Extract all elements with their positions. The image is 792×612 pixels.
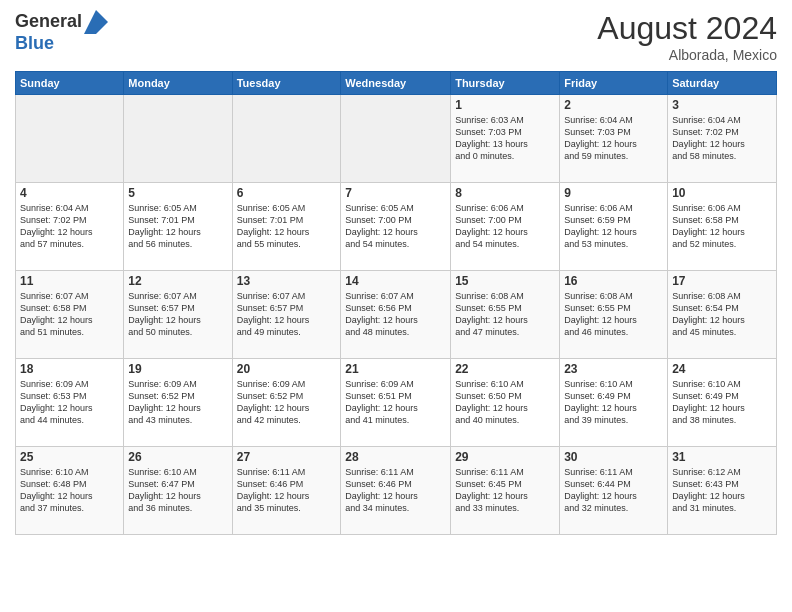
day-number: 26 [128, 450, 227, 464]
calendar-cell: 17Sunrise: 6:08 AMSunset: 6:54 PMDayligh… [668, 271, 777, 359]
day-info: Sunrise: 6:10 AMSunset: 6:49 PMDaylight:… [672, 378, 772, 427]
day-info: Sunrise: 6:03 AMSunset: 7:03 PMDaylight:… [455, 114, 555, 163]
day-info: Sunrise: 6:11 AMSunset: 6:46 PMDaylight:… [237, 466, 337, 515]
day-info: Sunrise: 6:10 AMSunset: 6:50 PMDaylight:… [455, 378, 555, 427]
calendar-cell: 18Sunrise: 6:09 AMSunset: 6:53 PMDayligh… [16, 359, 124, 447]
calendar-table: SundayMondayTuesdayWednesdayThursdayFrid… [15, 71, 777, 535]
svg-marker-0 [84, 10, 108, 34]
calendar-cell: 29Sunrise: 6:11 AMSunset: 6:45 PMDayligh… [451, 447, 560, 535]
day-info: Sunrise: 6:06 AMSunset: 7:00 PMDaylight:… [455, 202, 555, 251]
day-info: Sunrise: 6:08 AMSunset: 6:55 PMDaylight:… [455, 290, 555, 339]
page-container: General Blue August 2024 Alborada, Mexic… [0, 0, 792, 545]
calendar-week-5: 25Sunrise: 6:10 AMSunset: 6:48 PMDayligh… [16, 447, 777, 535]
day-info: Sunrise: 6:07 AMSunset: 6:57 PMDaylight:… [128, 290, 227, 339]
day-number: 2 [564, 98, 663, 112]
day-info: Sunrise: 6:07 AMSunset: 6:57 PMDaylight:… [237, 290, 337, 339]
calendar-cell: 11Sunrise: 6:07 AMSunset: 6:58 PMDayligh… [16, 271, 124, 359]
calendar-cell: 14Sunrise: 6:07 AMSunset: 6:56 PMDayligh… [341, 271, 451, 359]
calendar-header-thursday: Thursday [451, 72, 560, 95]
calendar-cell: 5Sunrise: 6:05 AMSunset: 7:01 PMDaylight… [124, 183, 232, 271]
calendar-cell: 15Sunrise: 6:08 AMSunset: 6:55 PMDayligh… [451, 271, 560, 359]
day-info: Sunrise: 6:09 AMSunset: 6:52 PMDaylight:… [128, 378, 227, 427]
calendar-cell: 30Sunrise: 6:11 AMSunset: 6:44 PMDayligh… [560, 447, 668, 535]
calendar-cell: 13Sunrise: 6:07 AMSunset: 6:57 PMDayligh… [232, 271, 341, 359]
calendar-header-row: SundayMondayTuesdayWednesdayThursdayFrid… [16, 72, 777, 95]
day-number: 7 [345, 186, 446, 200]
day-number: 5 [128, 186, 227, 200]
day-info: Sunrise: 6:04 AMSunset: 7:03 PMDaylight:… [564, 114, 663, 163]
calendar-cell: 2Sunrise: 6:04 AMSunset: 7:03 PMDaylight… [560, 95, 668, 183]
calendar-cell: 21Sunrise: 6:09 AMSunset: 6:51 PMDayligh… [341, 359, 451, 447]
day-info: Sunrise: 6:06 AMSunset: 6:59 PMDaylight:… [564, 202, 663, 251]
day-number: 6 [237, 186, 337, 200]
calendar-header-friday: Friday [560, 72, 668, 95]
day-number: 17 [672, 274, 772, 288]
calendar-cell [16, 95, 124, 183]
day-number: 4 [20, 186, 119, 200]
day-number: 21 [345, 362, 446, 376]
calendar-cell: 10Sunrise: 6:06 AMSunset: 6:58 PMDayligh… [668, 183, 777, 271]
calendar-cell: 9Sunrise: 6:06 AMSunset: 6:59 PMDaylight… [560, 183, 668, 271]
calendar-cell: 24Sunrise: 6:10 AMSunset: 6:49 PMDayligh… [668, 359, 777, 447]
calendar-header-monday: Monday [124, 72, 232, 95]
day-number: 29 [455, 450, 555, 464]
day-number: 13 [237, 274, 337, 288]
day-number: 15 [455, 274, 555, 288]
day-info: Sunrise: 6:10 AMSunset: 6:49 PMDaylight:… [564, 378, 663, 427]
day-number: 14 [345, 274, 446, 288]
day-info: Sunrise: 6:06 AMSunset: 6:58 PMDaylight:… [672, 202, 772, 251]
calendar-cell: 23Sunrise: 6:10 AMSunset: 6:49 PMDayligh… [560, 359, 668, 447]
calendar-cell: 28Sunrise: 6:11 AMSunset: 6:46 PMDayligh… [341, 447, 451, 535]
day-info: Sunrise: 6:09 AMSunset: 6:52 PMDaylight:… [237, 378, 337, 427]
calendar-cell: 26Sunrise: 6:10 AMSunset: 6:47 PMDayligh… [124, 447, 232, 535]
day-number: 22 [455, 362, 555, 376]
calendar-cell: 19Sunrise: 6:09 AMSunset: 6:52 PMDayligh… [124, 359, 232, 447]
day-info: Sunrise: 6:11 AMSunset: 6:46 PMDaylight:… [345, 466, 446, 515]
title-area: August 2024 Alborada, Mexico [597, 10, 777, 63]
calendar-header-saturday: Saturday [668, 72, 777, 95]
day-info: Sunrise: 6:04 AMSunset: 7:02 PMDaylight:… [20, 202, 119, 251]
calendar-cell: 12Sunrise: 6:07 AMSunset: 6:57 PMDayligh… [124, 271, 232, 359]
calendar-cell [232, 95, 341, 183]
day-info: Sunrise: 6:05 AMSunset: 7:01 PMDaylight:… [237, 202, 337, 251]
calendar-week-3: 11Sunrise: 6:07 AMSunset: 6:58 PMDayligh… [16, 271, 777, 359]
calendar-cell: 8Sunrise: 6:06 AMSunset: 7:00 PMDaylight… [451, 183, 560, 271]
day-number: 3 [672, 98, 772, 112]
day-number: 25 [20, 450, 119, 464]
day-info: Sunrise: 6:08 AMSunset: 6:54 PMDaylight:… [672, 290, 772, 339]
day-number: 8 [455, 186, 555, 200]
day-number: 9 [564, 186, 663, 200]
day-number: 20 [237, 362, 337, 376]
day-number: 1 [455, 98, 555, 112]
calendar-cell: 7Sunrise: 6:05 AMSunset: 7:00 PMDaylight… [341, 183, 451, 271]
day-info: Sunrise: 6:05 AMSunset: 7:00 PMDaylight:… [345, 202, 446, 251]
day-number: 28 [345, 450, 446, 464]
calendar-cell: 4Sunrise: 6:04 AMSunset: 7:02 PMDaylight… [16, 183, 124, 271]
month-year: August 2024 [597, 10, 777, 47]
day-info: Sunrise: 6:11 AMSunset: 6:44 PMDaylight:… [564, 466, 663, 515]
day-number: 31 [672, 450, 772, 464]
logo-general: General [15, 11, 82, 31]
calendar-cell: 20Sunrise: 6:09 AMSunset: 6:52 PMDayligh… [232, 359, 341, 447]
day-number: 30 [564, 450, 663, 464]
day-info: Sunrise: 6:11 AMSunset: 6:45 PMDaylight:… [455, 466, 555, 515]
calendar-cell: 27Sunrise: 6:11 AMSunset: 6:46 PMDayligh… [232, 447, 341, 535]
day-number: 10 [672, 186, 772, 200]
day-info: Sunrise: 6:08 AMSunset: 6:55 PMDaylight:… [564, 290, 663, 339]
calendar-cell: 16Sunrise: 6:08 AMSunset: 6:55 PMDayligh… [560, 271, 668, 359]
calendar-cell: 1Sunrise: 6:03 AMSunset: 7:03 PMDaylight… [451, 95, 560, 183]
calendar-cell: 22Sunrise: 6:10 AMSunset: 6:50 PMDayligh… [451, 359, 560, 447]
calendar-cell [124, 95, 232, 183]
day-info: Sunrise: 6:09 AMSunset: 6:53 PMDaylight:… [20, 378, 119, 427]
day-number: 27 [237, 450, 337, 464]
day-info: Sunrise: 6:10 AMSunset: 6:48 PMDaylight:… [20, 466, 119, 515]
logo-icon [84, 10, 108, 34]
day-info: Sunrise: 6:09 AMSunset: 6:51 PMDaylight:… [345, 378, 446, 427]
day-number: 12 [128, 274, 227, 288]
calendar-cell [341, 95, 451, 183]
logo-blue: Blue [15, 33, 54, 53]
calendar-week-2: 4Sunrise: 6:04 AMSunset: 7:02 PMDaylight… [16, 183, 777, 271]
day-number: 18 [20, 362, 119, 376]
day-info: Sunrise: 6:07 AMSunset: 6:58 PMDaylight:… [20, 290, 119, 339]
calendar-cell: 3Sunrise: 6:04 AMSunset: 7:02 PMDaylight… [668, 95, 777, 183]
